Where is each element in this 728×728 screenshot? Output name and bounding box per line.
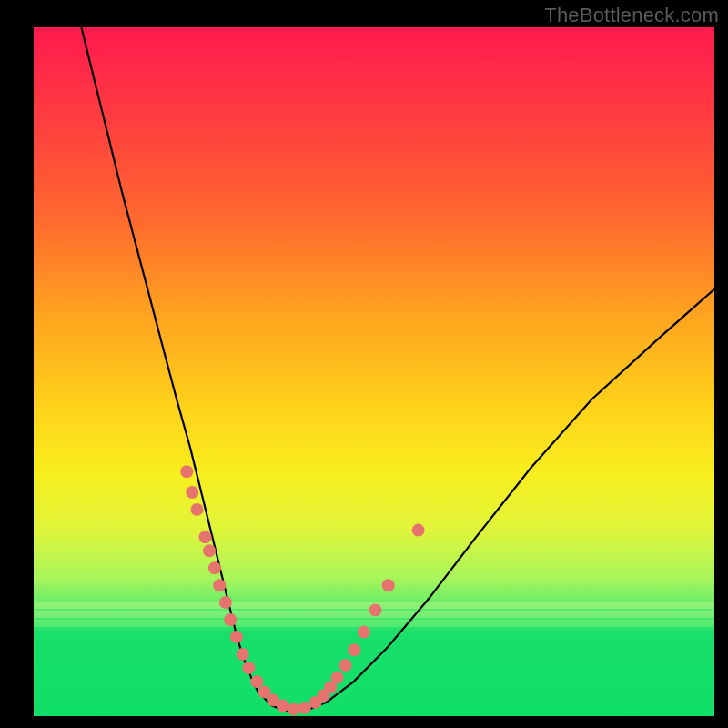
data-marker xyxy=(237,648,249,661)
data-marker xyxy=(213,579,226,592)
bottleneck-curve xyxy=(81,27,714,711)
left-marker-group xyxy=(180,465,299,715)
data-marker xyxy=(382,579,395,592)
data-marker xyxy=(288,703,300,715)
data-marker xyxy=(230,631,243,643)
plot-area xyxy=(34,27,714,716)
data-marker xyxy=(224,613,237,626)
data-marker xyxy=(199,531,212,543)
data-marker xyxy=(358,626,370,639)
curve-layer xyxy=(81,27,714,711)
watermark-text: TheBottleneck.com xyxy=(544,4,719,27)
data-marker xyxy=(369,603,382,616)
right-marker-group xyxy=(298,524,425,714)
data-marker xyxy=(250,675,263,688)
data-marker xyxy=(180,465,193,478)
data-marker xyxy=(331,672,344,684)
data-marker xyxy=(208,561,221,574)
data-marker xyxy=(348,643,360,656)
data-marker xyxy=(412,524,425,537)
data-marker xyxy=(219,596,232,609)
chart-svg xyxy=(34,27,714,716)
data-marker xyxy=(298,702,311,714)
data-marker xyxy=(203,544,216,557)
chart-frame: TheBottleneck.com xyxy=(0,0,728,728)
data-marker xyxy=(186,486,198,499)
data-marker xyxy=(242,662,255,674)
data-marker xyxy=(277,700,289,713)
data-marker xyxy=(191,503,204,516)
data-marker xyxy=(339,659,352,672)
